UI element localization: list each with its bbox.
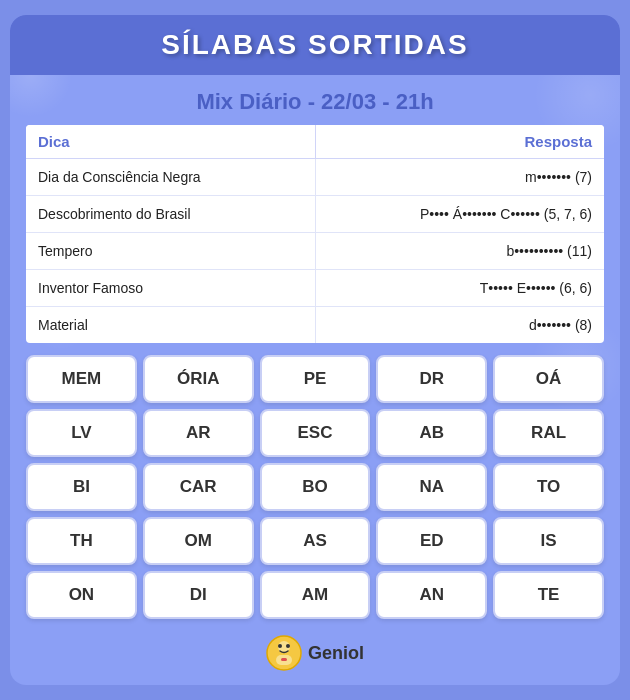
col-answer-header: Resposta — [316, 125, 605, 158]
syllable-cell[interactable]: CAR — [143, 463, 254, 511]
answer-4: T••••• E•••••• (6, 6) — [316, 270, 605, 306]
syllable-cell[interactable]: ED — [376, 517, 487, 565]
syllable-grid: MEMÓRIAPEDROÁLVARESCABRALBICARBONATOTHOM… — [26, 355, 604, 619]
syllable-grid-wrapper: MEMÓRIAPEDROÁLVARESCABRALBICARBONATOTHOM… — [26, 355, 604, 619]
syllable-cell[interactable]: ESC — [260, 409, 371, 457]
answer-5: d••••••• (8) — [316, 307, 605, 343]
syllable-cell[interactable]: OM — [143, 517, 254, 565]
syllable-cell[interactable]: AS — [260, 517, 371, 565]
answer-2: P•••• Á••••••• C•••••• (5, 7, 6) — [316, 196, 605, 232]
syllable-cell[interactable]: LV — [26, 409, 137, 457]
clues-table: Dica Resposta Dia da Consciência Negra m… — [26, 125, 604, 343]
syllable-cell[interactable]: AN — [376, 571, 487, 619]
syllable-cell[interactable]: DI — [143, 571, 254, 619]
clue-2: Descobrimento do Brasil — [26, 196, 316, 232]
table-header: Dica Resposta — [26, 125, 604, 159]
clue-1: Dia da Consciência Negra — [26, 159, 316, 195]
syllable-cell[interactable]: TE — [493, 571, 604, 619]
syllable-cell[interactable]: ÓRIA — [143, 355, 254, 403]
syllable-cell[interactable]: BI — [26, 463, 137, 511]
table-row: Dia da Consciência Negra m••••••• (7) — [26, 159, 604, 196]
syllable-cell[interactable]: BO — [260, 463, 371, 511]
syllable-cell[interactable]: RAL — [493, 409, 604, 457]
clue-5: Material — [26, 307, 316, 343]
svg-rect-5 — [281, 658, 287, 661]
geniol-brand: Geniol — [308, 643, 364, 664]
syllable-cell[interactable]: AB — [376, 409, 487, 457]
answer-1: m••••••• (7) — [316, 159, 605, 195]
syllable-cell[interactable]: IS — [493, 517, 604, 565]
subtitle: Mix Diário - 22/03 - 21h — [10, 75, 620, 125]
syllable-cell[interactable]: TO — [493, 463, 604, 511]
answer-3: b•••••••••• (11) — [316, 233, 605, 269]
geniol-logo-icon — [266, 635, 302, 671]
header: SÍLABAS SORTIDAS — [10, 15, 620, 75]
page-title: SÍLABAS SORTIDAS — [30, 29, 600, 61]
syllable-cell[interactable]: OÁ — [493, 355, 604, 403]
table-row: Material d••••••• (8) — [26, 307, 604, 343]
footer: Geniol — [10, 627, 620, 673]
syllable-cell[interactable]: AR — [143, 409, 254, 457]
syllable-cell[interactable]: PE — [260, 355, 371, 403]
main-container: SÍLABAS SORTIDAS Mix Diário - 22/03 - 21… — [10, 15, 620, 685]
syllable-cell[interactable]: ON — [26, 571, 137, 619]
syllable-cell[interactable]: MEM — [26, 355, 137, 403]
col-clue-header: Dica — [26, 125, 316, 158]
table-row: Inventor Famoso T••••• E•••••• (6, 6) — [26, 270, 604, 307]
syllable-cell[interactable]: TH — [26, 517, 137, 565]
syllable-cell[interactable]: DR — [376, 355, 487, 403]
svg-point-4 — [286, 644, 290, 648]
svg-point-3 — [278, 644, 282, 648]
table-row: Tempero b•••••••••• (11) — [26, 233, 604, 270]
table-row: Descobrimento do Brasil P•••• Á••••••• C… — [26, 196, 604, 233]
syllable-cell[interactable]: AM — [260, 571, 371, 619]
clue-3: Tempero — [26, 233, 316, 269]
syllable-cell[interactable]: NA — [376, 463, 487, 511]
clue-4: Inventor Famoso — [26, 270, 316, 306]
